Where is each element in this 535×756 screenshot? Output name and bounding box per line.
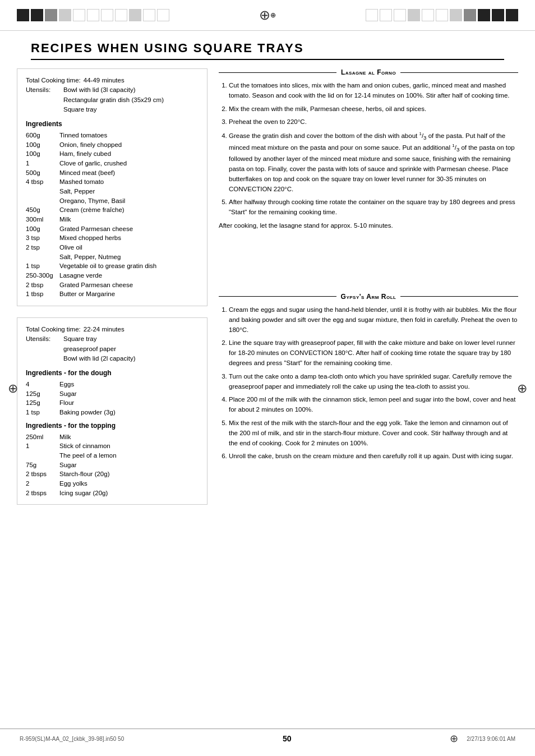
pattern-block xyxy=(73,9,85,21)
ingredient-row: Salt, Pepper xyxy=(26,187,199,196)
lasagne-step-1: Cut the tomatoes into slices, mix with t… xyxy=(229,81,518,101)
ingredient-row: 4 tbsp Mashed tomato xyxy=(26,177,199,187)
gypsy-dough-ingredients: Ingredients - for the dough 4 Eggs 125g … xyxy=(26,368,199,417)
lasagne-steps: Cut the tomatoes into slices, mix with t… xyxy=(219,81,518,231)
lasagne-step-4: Grease the gratin dish and cover the bot… xyxy=(229,131,518,194)
ingredient-row: 1 Stick of cinnamon xyxy=(26,441,199,451)
pattern-block xyxy=(380,9,392,21)
lasagne-step-3: Preheat the oven to 220°C. xyxy=(229,117,518,127)
pattern-block xyxy=(17,9,29,21)
center-crosshair: ⊕ xyxy=(259,7,276,24)
gypsy-utensil-3: Bowl with lid (2l capacity) xyxy=(63,354,135,363)
lasagne-title: Lasagne al Forno xyxy=(341,68,396,76)
title-line-right xyxy=(400,296,518,297)
lasagne-ingredients-header: Ingredients xyxy=(26,119,199,129)
gypsy-utensil-2: greaseproof paper xyxy=(63,344,135,354)
main-content: Total Cooking time: 44-49 minutes Utensi… xyxy=(0,60,535,524)
footer-crosshair: ⊕ xyxy=(450,732,458,745)
ingredient-row: 2 tbsp Grated Parmesan cheese xyxy=(26,280,199,290)
ingredient-row: 75g Sugar xyxy=(26,460,199,470)
gypsy-topping-header: Ingredients - for the topping xyxy=(26,421,199,431)
ingredient-row: 4 Eggs xyxy=(26,380,199,389)
gypsy-step-6: Unroll the cake, brush on the cream mixt… xyxy=(229,451,518,462)
pattern-block xyxy=(394,9,406,21)
ingredient-row: 2 Egg yolks xyxy=(26,479,199,488)
page-number: 50 xyxy=(283,734,292,743)
pattern-block xyxy=(59,9,71,21)
ingredient-row: 2 tsp Olive oil xyxy=(26,243,199,252)
lasagne-after-note: After cooking, let the lasagne stand for… xyxy=(219,221,518,231)
pattern-block xyxy=(366,9,378,21)
ingredient-row: 2 tbsps Icing sugar (20g) xyxy=(26,488,199,498)
left-header-pattern xyxy=(17,9,169,21)
lasagne-total-time: 44-49 minutes xyxy=(84,76,124,85)
ingredient-row: Oregano, Thyme, Basil xyxy=(26,196,199,206)
right-header-pattern xyxy=(366,9,518,21)
ingredient-row: 250ml Milk xyxy=(26,432,199,442)
pattern-block xyxy=(464,9,476,21)
gypsy-cooking-info: Total Cooking time: 22-24 minutes Utensi… xyxy=(26,325,199,363)
ingredient-row: Salt, Pepper, Nutmeg xyxy=(26,252,199,262)
title-line-right xyxy=(400,72,518,73)
ingredient-row: 1 tbsp Butter or Margarine xyxy=(26,289,199,299)
gypsy-step-5: Mix the rest of the milk with the starch… xyxy=(229,418,518,448)
pattern-block xyxy=(492,9,504,21)
ingredient-row: 1 tsp Vegetable oil to grease gratin dis… xyxy=(26,261,199,271)
ingredient-row: 450g Cream (crème fraîche) xyxy=(26,205,199,215)
footer-right: 2/27/13 9:06:01 AM xyxy=(467,736,515,742)
footer-left: R-959(SL)M-AA_02_[ckbk_39-98].in50 50 xyxy=(20,736,124,742)
gypsy-utensils: Square tray greaseproof paper Bowl with … xyxy=(63,334,135,363)
gypsy-total-time-label: Total Cooking time: xyxy=(26,325,81,334)
ingredient-row: The peel of a lemon xyxy=(26,451,199,460)
ingredient-row: 250-300g Lasagne verde xyxy=(26,271,199,280)
ingredient-row: 1 tsp Baking powder (3g) xyxy=(26,408,199,417)
title-line-left xyxy=(219,72,336,73)
gypsy-title-bar: Gypsy's Arm Roll xyxy=(219,293,518,301)
lasagne-ingredients: Ingredients 600g Tinned tomatoes 100g On… xyxy=(26,119,199,299)
spacer xyxy=(219,248,518,293)
right-column: Lasagne al Forno Cut the tomatoes into s… xyxy=(219,68,518,516)
gypsy-step-2: Line the square tray with greaseproof pa… xyxy=(229,338,518,368)
page: ⊕ Recipes When Using Square Trays ⊕ ⊕ xyxy=(0,0,535,756)
page-title: Recipes When Using Square Trays xyxy=(31,41,504,56)
gypsy-step-3: Turn out the cake onto a damp tea-cloth … xyxy=(229,372,518,392)
lasagne-section: Lasagne al Forno Cut the tomatoes into s… xyxy=(219,68,518,231)
pattern-block xyxy=(115,9,127,21)
lasagne-title-bar: Lasagne al Forno xyxy=(219,68,518,76)
utensil-2: Rectangular gratin dish (35x29 cm) xyxy=(63,95,164,105)
pattern-block xyxy=(450,9,462,21)
pattern-block xyxy=(408,9,420,21)
title-line-left xyxy=(219,296,336,297)
ingredient-row: 100g Grated Parmesan cheese xyxy=(26,224,199,234)
pattern-block xyxy=(422,9,434,21)
header-bar: ⊕ xyxy=(0,0,535,31)
pattern-block xyxy=(129,9,141,21)
footer: R-959(SL)M-AA_02_[ckbk_39-98].in50 50 50… xyxy=(0,729,535,745)
lasagne-step-2: Mix the cream with the milk, Parmesan ch… xyxy=(229,104,518,114)
ingredient-row: 300ml Milk xyxy=(26,215,199,224)
ingredient-row: 125g Flour xyxy=(26,398,199,408)
utensils-label: Utensils: xyxy=(26,85,61,95)
pattern-block xyxy=(31,9,43,21)
gypsy-section: Gypsy's Arm Roll Cream the eggs and suga… xyxy=(219,293,518,462)
ingredient-row: 2 tbsps Starch-flour (20g) xyxy=(26,469,199,479)
gypsy-utensils-label: Utensils: xyxy=(26,334,61,344)
ingredient-row: 500g Minced meat (beef) xyxy=(26,168,199,178)
gypsy-ingredients-box: Total Cooking time: 22-24 minutes Utensi… xyxy=(17,317,207,505)
gypsy-dough-header: Ingredients - for the dough xyxy=(26,368,199,378)
utensil-1: Bowl with lid (3l capacity) xyxy=(63,85,164,95)
gypsy-step-4: Place 200 ml of the milk with the cinnam… xyxy=(229,395,518,415)
gypsy-total-time: 22-24 minutes xyxy=(84,325,124,334)
pattern-block xyxy=(101,9,113,21)
ingredient-row: 100g Onion, finely chopped xyxy=(26,140,199,150)
right-margin-crosshair: ⊕ xyxy=(517,381,527,396)
pattern-block xyxy=(478,9,490,21)
pattern-block xyxy=(436,9,448,21)
lasagne-utensils: Bowl with lid (3l capacity) Rectangular … xyxy=(63,85,164,114)
pattern-block xyxy=(506,9,518,21)
gypsy-step-1: Cream the eggs and sugar using the hand-… xyxy=(229,305,518,335)
left-column: Total Cooking time: 44-49 minutes Utensi… xyxy=(17,68,207,516)
ingredient-row: 100g Ham, finely cubed xyxy=(26,149,199,159)
left-margin-crosshair: ⊕ xyxy=(8,381,18,396)
lasagne-ingredients-box: Total Cooking time: 44-49 minutes Utensi… xyxy=(17,68,207,306)
